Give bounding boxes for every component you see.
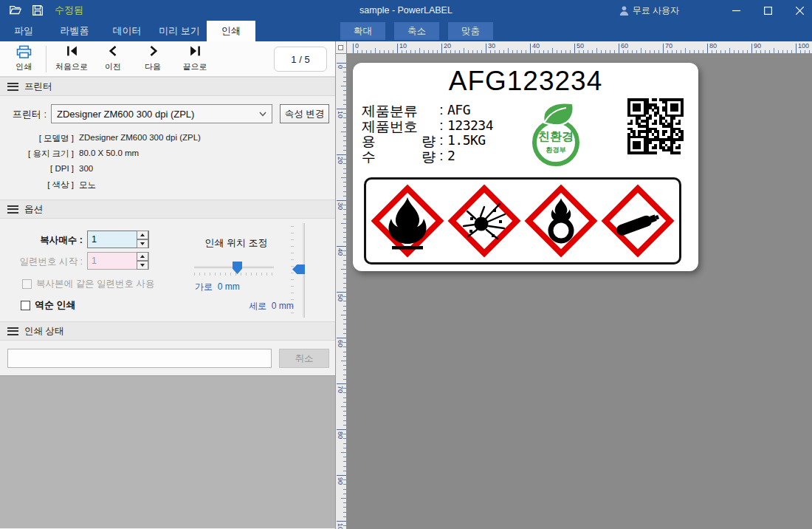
same-serial-label: 복사본에 같은 일련번호 사용 — [36, 278, 154, 290]
zoom-out-button[interactable]: 축소 — [394, 22, 439, 40]
modified-badge: 수정됨 — [55, 4, 83, 17]
horizontal-ruler: 0102030405060708090100 — [347, 41, 812, 54]
reverse-print-label: 역순 인쇄 — [35, 298, 76, 312]
field-row-capacity: 용 량:1.5KG — [362, 132, 493, 148]
print-toolbar: 인쇄 처음으로 이전 다음 — [0, 41, 335, 77]
label-title: AFG123234 — [353, 66, 698, 97]
hamburger-icon — [7, 83, 18, 91]
same-serial-checkbox[interactable]: 복사본에 같은 일련번호 사용 — [22, 278, 154, 290]
first-page-icon — [66, 45, 78, 57]
serial-stepper[interactable] — [137, 252, 148, 270]
options-section-header: 옵션 — [0, 199, 335, 219]
toolbar-separator — [46, 46, 47, 72]
ghs-flame-over-circle-icon — [524, 184, 598, 258]
hamburger-icon — [7, 327, 18, 335]
stepper-down-icon[interactable] — [137, 261, 148, 270]
printer-section-title: 프린터 — [24, 81, 52, 93]
checkbox-icon — [22, 279, 32, 289]
position-adjust-title: 인쇄 위치 조정 — [177, 236, 295, 250]
info-value: 80.0 X 50.0 mm — [79, 149, 139, 160]
tab-labelform[interactable]: 라벨폼 — [47, 21, 102, 41]
ghs-pictogram-box — [364, 177, 681, 264]
page-indicator: 1 / 5 — [274, 47, 327, 72]
close-icon[interactable] — [787, 0, 812, 21]
status-section-body: 취소 — [0, 341, 335, 375]
ruler-corner — [336, 41, 346, 54]
last-page-icon — [189, 45, 202, 57]
tab-print[interactable]: 인쇄 — [207, 21, 255, 41]
minimize-icon[interactable] — [723, 0, 749, 21]
vertical-slider-thumb[interactable] — [292, 264, 305, 274]
vertical-position-slider[interactable] — [303, 223, 305, 318]
panel-filler — [0, 375, 335, 528]
ghs-gas-cylinder-icon — [601, 184, 675, 258]
ghs-exploding-bomb-icon — [447, 184, 521, 258]
design-canvas[interactable]: AFG123234 제품분류:AFG 제품번호:123234 용 량:1.5KG… — [347, 54, 812, 529]
printer-info-color: [ 색상 ] 모노 — [0, 180, 96, 191]
info-value: ZDesigner ZM600 300 dpi (ZPL) — [79, 133, 201, 145]
horizontal-position-slider[interactable] — [194, 266, 274, 268]
tab-preview[interactable]: 미리 보기 — [152, 21, 207, 41]
copies-label: 복사매수 : — [0, 234, 83, 247]
tab-file[interactable]: 파일 — [0, 21, 47, 41]
status-section-title: 인쇄 상태 — [24, 325, 63, 338]
last-page-label: 끝으로 — [183, 61, 207, 72]
checkbox-icon — [21, 301, 30, 310]
print-button-label: 인쇄 — [16, 61, 32, 72]
first-page-label: 처음으로 — [55, 61, 88, 72]
field-row-category: 제품분류:AFG — [362, 102, 493, 117]
printer-section-header: 프린터 — [0, 77, 335, 96]
save-icon[interactable] — [31, 4, 44, 17]
first-page-button[interactable]: 처음으로 — [52, 44, 92, 75]
prev-page-icon — [108, 45, 119, 57]
printer-select-value: ZDesigner ZM600 300 dpi (ZPL) — [57, 109, 194, 120]
printer-properties-button[interactable]: 속성 변경 — [280, 104, 329, 123]
folder-open-icon[interactable] — [9, 4, 22, 17]
stepper-up-icon[interactable] — [137, 252, 148, 261]
tab-data[interactable]: 데이터 — [102, 21, 152, 41]
field-row-quantity: 수 량:2 — [362, 148, 493, 163]
print-panel: 인쇄 처음으로 이전 다음 — [0, 41, 336, 529]
next-page-icon — [148, 45, 159, 57]
next-page-button[interactable]: 다음 — [137, 44, 168, 75]
tabbar: 파일 라벨폼 데이터 미리 보기 인쇄 확대 축소 맞춤 — [0, 21, 812, 41]
user-label: 무료 사용자 — [633, 4, 679, 17]
info-label: [ 색상 ] — [0, 180, 74, 191]
copies-stepper[interactable] — [137, 231, 148, 248]
eco-mark-title: 친환경 — [525, 129, 587, 145]
cancel-button[interactable]: 취소 — [279, 349, 329, 368]
label-fields: 제품분류:AFG 제품번호:123234 용 량:1.5KG 수 량:2 — [362, 102, 493, 163]
ghs-flame-icon — [371, 184, 444, 258]
info-value: 300 — [79, 164, 93, 176]
printer-info-papersize: [ 용지 크기 ] 80.0 X 50.0 mm — [0, 149, 139, 160]
print-button[interactable]: 인쇄 — [7, 44, 40, 75]
fit-button[interactable]: 맞춤 — [448, 22, 493, 40]
eco-mark: 친환경 환경부 — [525, 100, 587, 171]
stepper-down-icon[interactable] — [137, 239, 148, 248]
titlebar: 수정됨 sample - PowerLABEL 무료 사용자 — [0, 0, 812, 21]
printer-label: 프린터 : — [0, 108, 47, 121]
options-section-body: 복사매수 : 1 일련번호 시작 : 1 복사본에 같은 일련번호 사용 역순 … — [0, 219, 335, 321]
vertical-ruler: 0102030405060708090100 — [336, 41, 347, 529]
reverse-print-checkbox[interactable]: 역순 인쇄 — [21, 298, 76, 312]
window-title: sample - PowerLABEL — [0, 5, 812, 16]
status-section-header: 인쇄 상태 — [0, 321, 335, 341]
eco-mark-subtitle: 환경부 — [525, 146, 587, 155]
serial-start-label: 일련번호 시작 : — [0, 256, 83, 268]
info-label: [ 모델명 ] — [0, 133, 74, 145]
printer-info-model: [ 모델명 ] ZDesigner ZM600 300 dpi (ZPL) — [0, 133, 201, 145]
maximize-icon[interactable] — [755, 0, 780, 21]
stepper-up-icon[interactable] — [137, 231, 148, 239]
zoom-in-button[interactable]: 확대 — [340, 22, 385, 40]
info-value: 모노 — [79, 180, 96, 191]
user-icon — [619, 5, 630, 16]
printer-info-dpi: [ DPI ] 300 — [0, 164, 93, 176]
qr-code — [627, 98, 684, 154]
chevron-down-icon — [259, 112, 266, 117]
last-page-button[interactable]: 끝으로 — [176, 44, 214, 75]
field-row-product-no: 제품번호:123234 — [362, 117, 493, 133]
vertical-offset-label: 세로 0 mm — [249, 300, 294, 313]
prev-page-button[interactable]: 이전 — [97, 44, 128, 75]
printer-select[interactable]: ZDesigner ZM600 300 dpi (ZPL) — [51, 104, 272, 123]
info-label: [ DPI ] — [0, 164, 74, 176]
